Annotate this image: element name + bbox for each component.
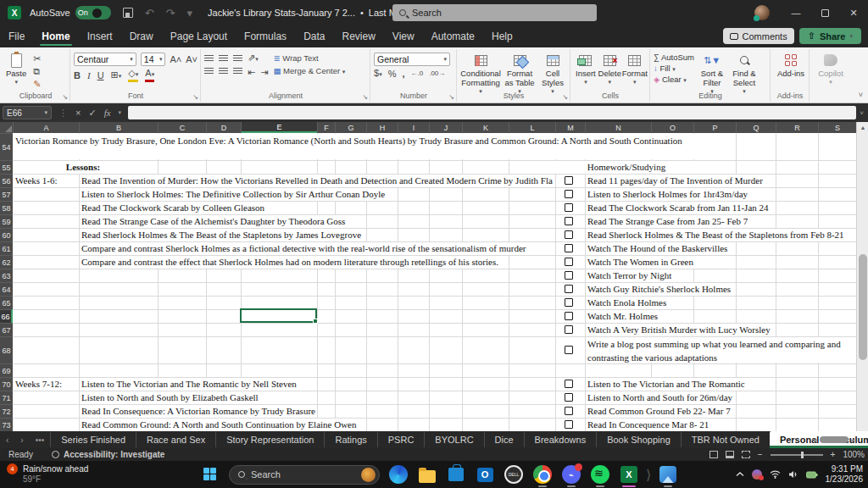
vertical-scrollbar[interactable]: ▲ [856, 122, 868, 431]
align-top-icon[interactable] [204, 55, 214, 63]
conditional-formatting-button[interactable]: Conditional Formatting▾ [460, 51, 501, 96]
next-sheet-icon[interactable]: › [14, 435, 29, 445]
zoom-in-icon[interactable]: + [831, 450, 836, 459]
sheet-tab-series-finished[interactable]: Series Finished [50, 432, 136, 447]
tab-page-layout[interactable]: Page Layout [162, 26, 236, 47]
cell-text[interactable]: Read The Clockwork Scarab from Jan 11-Ja… [587, 202, 771, 214]
tray-browser-icon[interactable] [752, 469, 762, 480]
row-header-54[interactable]: 54 [0, 133, 13, 160]
paste-button[interactable]: Paste ▾ [4, 51, 28, 89]
row-header-56[interactable]: 56 [0, 174, 13, 187]
comma-style-icon[interactable]: , [402, 69, 404, 79]
alignment-dialog-launcher[interactable]: ↘ [362, 93, 368, 101]
clock[interactable]: 9:31 PM 1/23/2026 [826, 464, 864, 485]
cell-text[interactable]: Read The Invention of Murder: How the Vi… [81, 175, 554, 187]
comments-button[interactable]: Comments [723, 28, 794, 44]
row-header-67[interactable]: 67 [0, 323, 13, 336]
accessibility-status[interactable]: Accessibility: Investigate [52, 450, 165, 459]
discord-icon[interactable]: ⌁ [561, 464, 581, 485]
format-cells-button[interactable]: Format▾ [622, 51, 648, 86]
autosum-button[interactable]: ∑ AutoSum [654, 53, 694, 62]
outlook-icon[interactable]: O [475, 464, 495, 485]
vertical-scroll-thumb[interactable] [859, 254, 867, 360]
column-header-S[interactable]: S [818, 122, 856, 133]
cell-text[interactable]: Listen to The Victorian and The Romantic… [81, 378, 298, 391]
decrease-font-icon[interactable]: A˅ [186, 54, 198, 64]
zoom-level[interactable]: 100% [843, 450, 865, 459]
scroll-right-icon[interactable]: ▸ [851, 436, 854, 444]
cell-text[interactable]: Listen to North and South by Elizabeth G… [81, 391, 260, 404]
number-format-select[interactable]: General▾ [374, 53, 450, 66]
align-bottom-icon[interactable] [233, 55, 242, 63]
column-header-I[interactable]: I [398, 122, 429, 133]
row-header-70[interactable]: 70 [0, 377, 13, 391]
wifi-icon[interactable] [770, 470, 781, 479]
cell-text[interactable]: Read In Concequence Mar 8- 21 [587, 419, 710, 431]
increase-indent-icon[interactable]: ⇥ [260, 67, 268, 77]
clipboard-dialog-launcher[interactable]: ↘ [62, 93, 68, 101]
grid-area[interactable]: ABCDEFGHIJKLMNOPQRS54Victorian Romance b… [0, 122, 856, 431]
row-header-63[interactable]: 63 [0, 269, 13, 282]
column-header-E[interactable]: E [241, 122, 317, 133]
sheet-tab-breakdowns[interactable]: Breakdowns [524, 432, 597, 447]
cell-text[interactable]: Watch Enola Holmes [587, 297, 668, 309]
row-header-71[interactable]: 71 [0, 391, 13, 404]
zoom-slider[interactable] [771, 454, 823, 456]
sheet-tab-book-shopping[interactable]: Book Shopping [596, 432, 681, 447]
scroll-up-icon[interactable]: ▲ [857, 122, 868, 133]
font-dialog-launcher[interactable]: ↘ [192, 93, 198, 101]
task-checkbox[interactable] [565, 244, 573, 252]
underline-button[interactable]: U [97, 70, 104, 80]
page-break-view-icon[interactable] [742, 451, 750, 458]
undo-icon[interactable]: ↶ [145, 7, 154, 19]
font-size-select[interactable]: 14▾ [141, 53, 166, 66]
more-sheets-icon[interactable]: ••• [30, 435, 51, 445]
sheet-tab-ratings[interactable]: Ratings [324, 432, 376, 447]
font-name-select[interactable]: Centaur▾ [74, 53, 136, 66]
enter-icon[interactable]: ✓ [88, 108, 96, 119]
tab-home[interactable]: Home [33, 26, 78, 47]
clear-button[interactable]: ◈ Clear ▾ [654, 75, 694, 84]
tab-review[interactable]: Review [333, 26, 383, 47]
dell-icon[interactable]: DELL [504, 464, 524, 485]
cut-icon[interactable]: ✂ [33, 53, 41, 64]
find-select-button[interactable]: Find & Select▾ [730, 51, 759, 96]
decrease-decimal-icon[interactable]: .00→ [429, 69, 445, 79]
user-avatar[interactable] [754, 5, 770, 20]
column-header-K[interactable]: K [462, 122, 509, 133]
row-header-68[interactable]: 68 [0, 336, 13, 363]
row-header-57[interactable]: 57 [0, 187, 13, 201]
close-button[interactable]: ✕ [839, 0, 868, 25]
row-header-60[interactable]: 60 [0, 228, 13, 241]
cell-text[interactable]: Compare and contrast the effect that She… [81, 256, 500, 269]
cell-text[interactable]: Listen to North and South for 26m/day [587, 391, 734, 404]
delete-cells-button[interactable]: Delete▾ [598, 51, 622, 86]
cell-text[interactable]: Listen to Sherlock Holmes: The Definitiv… [81, 188, 387, 201]
fill-color-icon[interactable]: ◇▾ [128, 68, 138, 82]
row-header-69[interactable]: 69 [0, 363, 13, 377]
task-checkbox[interactable] [565, 217, 573, 225]
align-left-icon[interactable] [204, 68, 214, 75]
percent-style-icon[interactable]: % [388, 69, 397, 79]
row-header-55[interactable]: 55 [0, 160, 13, 174]
cell-text[interactable]: Weeks 1-6: [15, 175, 59, 187]
align-center-icon[interactable] [219, 68, 228, 75]
sheet-tab-story-representation[interactable]: Story Representation [215, 432, 324, 447]
cell-text[interactable]: Watch The Hound of the Baskervilles [587, 242, 729, 255]
tab-formulas[interactable]: Formulas [236, 26, 295, 47]
chrome-icon[interactable] [532, 464, 553, 485]
tab-insert[interactable]: Insert [79, 26, 121, 47]
task-checkbox[interactable] [565, 380, 573, 388]
cell-text[interactable]: Listen to Sherlock Holmes for 1hr43m/day [587, 188, 749, 201]
cancel-icon[interactable]: × [75, 108, 81, 118]
row-header-72[interactable]: 72 [0, 404, 13, 418]
column-header-G[interactable]: G [335, 122, 366, 133]
tab-help[interactable]: Help [483, 26, 521, 47]
column-header-Q[interactable]: Q [736, 122, 776, 133]
cell-text[interactable]: Watch Guy Ritchie's Sherlock Holmes [587, 283, 732, 296]
column-header-O[interactable]: O [651, 122, 693, 133]
task-checkbox[interactable] [565, 176, 573, 185]
save-icon[interactable] [123, 8, 133, 18]
cell-text[interactable]: Read Common Ground: A North and South Co… [81, 419, 358, 431]
font-color-icon[interactable]: A▾ [145, 68, 154, 82]
